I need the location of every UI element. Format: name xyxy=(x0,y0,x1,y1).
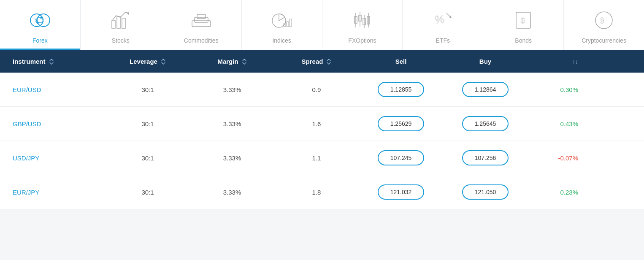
tab-etfs-label: ETFs xyxy=(436,37,450,44)
sort-change-icon: ↑↓ xyxy=(572,58,578,65)
spread-usdjpy: 1.1 xyxy=(274,154,359,162)
tab-forex-label: Forex xyxy=(32,37,48,44)
col-instrument[interactable]: Instrument xyxy=(13,58,106,65)
sell-pill-eurusd[interactable]: 1.12855 xyxy=(378,82,424,97)
commodities-icon xyxy=(189,8,214,33)
etfs-icon: % xyxy=(430,8,455,33)
svg-text:€: € xyxy=(41,18,44,24)
col-change[interactable]: ↑↓ xyxy=(528,58,578,65)
forex-icon: $ € xyxy=(27,8,53,33)
buy-pill-gbpusd[interactable]: 1.25645 xyxy=(462,116,509,131)
tab-fxoptions[interactable]: FXOptions xyxy=(322,0,403,50)
tab-indices[interactable]: Indices xyxy=(242,0,322,50)
svg-text:$: $ xyxy=(521,16,525,25)
buy-eurjpy[interactable]: 121.050 xyxy=(443,184,528,200)
margin-gbpusd: 3.33% xyxy=(190,120,274,127)
tab-etfs[interactable]: % ETFs xyxy=(403,0,483,50)
market-table: Instrument Leverage Margin Spread xyxy=(0,50,644,209)
change-eurjpy: 0.23% xyxy=(528,189,578,196)
change-usdjpy: -0.07% xyxy=(528,154,578,162)
tab-stocks-label: Stocks xyxy=(112,37,130,44)
table-row: GBP/USD 30:1 3.33% 1.6 1.25629 1.25645 xyxy=(0,107,644,141)
change-eurusd: 0.30% xyxy=(528,86,578,93)
sort-spread-icon xyxy=(326,59,331,65)
tab-forex[interactable]: $ € Forex xyxy=(0,0,81,50)
col-margin[interactable]: Margin xyxy=(190,58,274,65)
sell-pill-usdjpy[interactable]: 107.245 xyxy=(378,150,424,165)
svg-rect-8 xyxy=(195,17,208,22)
svg-rect-12 xyxy=(290,19,292,27)
svg-rect-11 xyxy=(287,22,289,27)
sell-usdjpy[interactable]: 107.245 xyxy=(359,150,443,165)
bonds-icon: $ xyxy=(511,8,536,33)
tab-commodities-label: Commodities xyxy=(184,37,219,44)
col-sell: Sell xyxy=(359,58,443,65)
sell-eurusd[interactable]: 1.12855 xyxy=(359,82,443,97)
margin-eurusd: 3.33% xyxy=(190,86,274,93)
svg-text:₿: ₿ xyxy=(601,17,604,24)
sell-gbpusd[interactable]: 1.25629 xyxy=(359,116,443,131)
instrument-eurusd[interactable]: EUR/USD xyxy=(13,86,106,93)
crypto-icon: ₿ xyxy=(591,8,617,33)
tab-stocks[interactable]: Stocks xyxy=(81,0,161,50)
buy-eurusd[interactable]: 1.12864 xyxy=(443,82,528,97)
change-gbpusd: 0.43% xyxy=(528,120,578,127)
tab-crypto-label: Cryptocurrencies xyxy=(582,37,626,44)
tab-indices-label: Indices xyxy=(272,37,291,44)
sell-pill-eurjpy[interactable]: 121.032 xyxy=(378,184,424,200)
buy-pill-eurusd[interactable]: 1.12864 xyxy=(462,82,509,97)
instrument-gbpusd[interactable]: GBP/USD xyxy=(13,120,106,127)
sell-eurjpy[interactable]: 121.032 xyxy=(359,184,443,200)
sort-leverage-icon xyxy=(161,59,166,65)
app-container: $ € Forex xyxy=(0,0,644,209)
leverage-eurjpy: 30:1 xyxy=(106,189,190,196)
leverage-gbpusd: 30:1 xyxy=(106,120,190,127)
svg-rect-9 xyxy=(197,14,206,19)
tab-crypto[interactable]: ₿ Cryptocurrencies xyxy=(564,0,644,50)
tab-bar: $ € Forex xyxy=(0,0,644,50)
svg-point-25 xyxy=(595,12,612,29)
indices-icon xyxy=(269,8,295,33)
leverage-usdjpy: 30:1 xyxy=(106,154,190,162)
instrument-usdjpy[interactable]: USD/JPY xyxy=(13,154,106,162)
col-buy: Buy xyxy=(443,58,528,65)
buy-pill-eurjpy[interactable]: 121.050 xyxy=(462,184,509,200)
sell-pill-gbpusd[interactable]: 1.25629 xyxy=(378,116,424,131)
svg-rect-5 xyxy=(117,16,120,28)
tab-bonds-label: Bonds xyxy=(515,37,532,44)
sort-instrument-icon xyxy=(49,59,54,65)
sort-margin-icon xyxy=(242,59,247,65)
spread-gbpusd: 1.6 xyxy=(274,120,359,127)
margin-eurjpy: 3.33% xyxy=(190,189,274,196)
tab-commodities[interactable]: Commodities xyxy=(161,0,242,50)
col-spread[interactable]: Spread xyxy=(274,58,359,65)
stocks-icon xyxy=(108,8,133,33)
table-row: USD/JPY 30:1 3.33% 1.1 107.245 107.256 xyxy=(0,141,644,175)
tab-fxoptions-label: FXOptions xyxy=(348,37,376,44)
buy-pill-usdjpy[interactable]: 107.256 xyxy=(462,150,509,165)
spread-eurusd: 0.9 xyxy=(274,86,359,93)
table-header: Instrument Leverage Margin Spread xyxy=(0,50,644,73)
buy-gbpusd[interactable]: 1.25645 xyxy=(443,116,528,131)
leverage-eurusd: 30:1 xyxy=(106,86,190,93)
tab-bonds[interactable]: $ Bonds xyxy=(483,0,564,50)
svg-text:%: % xyxy=(435,13,444,26)
col-leverage[interactable]: Leverage xyxy=(106,58,190,65)
instrument-eurjpy[interactable]: EUR/JPY xyxy=(13,189,106,196)
fxoptions-icon xyxy=(349,8,375,33)
table-row: EUR/JPY 30:1 3.33% 1.8 121.032 121.050 xyxy=(0,175,644,209)
svg-text:$: $ xyxy=(35,18,38,24)
buy-usdjpy[interactable]: 107.256 xyxy=(443,150,528,165)
svg-rect-4 xyxy=(112,21,115,28)
margin-usdjpy: 3.33% xyxy=(190,154,274,162)
svg-rect-6 xyxy=(122,18,125,28)
spread-eurjpy: 1.8 xyxy=(274,189,359,196)
table-row: EUR/USD 30:1 3.33% 0.9 1.12855 1.12864 xyxy=(0,73,644,107)
